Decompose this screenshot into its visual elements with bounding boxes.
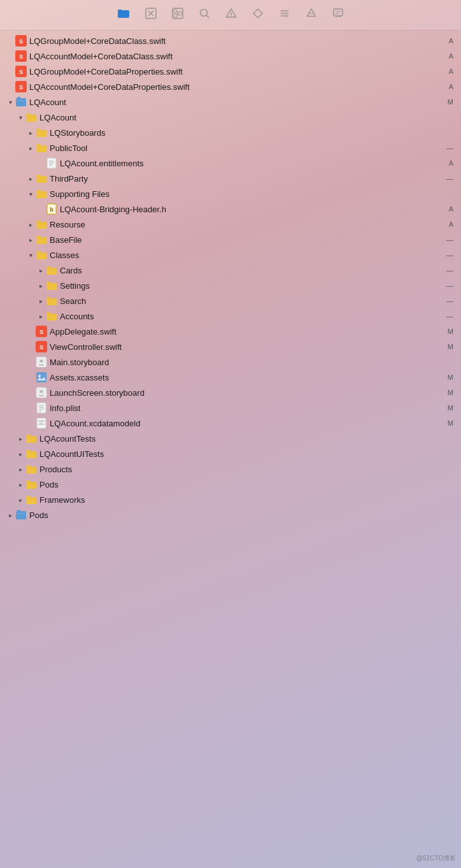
tree-item-4[interactable]: SLQAccountModel+CoreDataProperties.swift…: [0, 79, 461, 94]
search-toolbar-icon[interactable]: [199, 8, 210, 22]
status-badge: M: [448, 343, 453, 351]
tree-item-5[interactable]: LQAcountM: [0, 94, 461, 110]
tree-item-6[interactable]: LQAcount: [0, 110, 461, 125]
item-label: Main.storyboard: [50, 358, 461, 367]
chevron-icon[interactable]: [5, 97, 15, 107]
item-label: LQAcount-Bridging-Header.h: [60, 205, 449, 214]
tree-item-22[interactable]: Main.storyboard: [0, 354, 461, 370]
chevron-icon[interactable]: [36, 265, 46, 275]
tree-item-25[interactable]: Info.plistM: [0, 400, 461, 416]
file-tree: SLQGroupModel+CoreDataClass.swiftASLQAcc…: [0, 31, 461, 525]
tree-item-8[interactable]: PublicTool—: [0, 140, 461, 156]
tree-item-20[interactable]: SAppDelegate.swiftM: [0, 324, 461, 339]
status-badge: A: [449, 37, 453, 45]
chevron-icon[interactable]: [15, 449, 25, 459]
chevron-icon[interactable]: [36, 311, 46, 321]
project-blue-icon: [15, 509, 27, 521]
chevron-icon[interactable]: [15, 495, 25, 505]
hierarchy-icon[interactable]: [172, 8, 183, 22]
tree-item-2[interactable]: SLQAccountModel+CoreDataClass.swiftA: [0, 48, 461, 64]
svg-text:S: S: [19, 84, 23, 90]
swift-icon: S: [36, 326, 47, 337]
tree-item-19[interactable]: Accounts—: [0, 308, 461, 324]
chevron-icon[interactable]: [15, 479, 25, 489]
folder-icon: [36, 142, 47, 154]
tree-item-7[interactable]: LQStoryboards: [0, 125, 461, 140]
folder-icon: [36, 188, 47, 199]
tree-item-15[interactable]: Classes—: [0, 247, 461, 263]
svg-rect-58: [38, 423, 45, 425]
tree-item-24[interactable]: LaunchScreen.storyboardM: [0, 385, 461, 400]
item-label: Classes: [50, 250, 446, 260]
tree-item-18[interactable]: Search—: [0, 293, 461, 308]
item-label: BaseFile: [50, 235, 446, 245]
chevron-icon[interactable]: [25, 219, 36, 229]
svg-text:S: S: [39, 329, 43, 335]
folder-icon: [46, 310, 57, 322]
test-icon[interactable]: [279, 8, 290, 22]
chevron-icon[interactable]: [36, 296, 46, 306]
chevron-icon[interactable]: [15, 433, 25, 444]
item-label: ViewController.swift: [50, 342, 448, 352]
item-label: LQAccountModel+CoreDataProperties.swift: [29, 82, 449, 92]
chevron-icon[interactable]: [25, 250, 36, 260]
item-label: Supporting Files: [50, 189, 461, 199]
folder-icon[interactable]: [117, 7, 130, 23]
status-badge: M: [448, 389, 453, 396]
storyboard-icon: [36, 387, 47, 398]
item-label: Frameworks: [39, 495, 461, 505]
swift-icon: S: [36, 341, 47, 352]
source-control-icon[interactable]: [252, 8, 264, 22]
item-label: PublicTool: [50, 143, 446, 153]
breakpoint-icon[interactable]: [145, 8, 157, 22]
tree-item-1[interactable]: SLQGroupModel+CoreDataClass.swiftA: [0, 33, 461, 48]
tree-item-11[interactable]: Supporting Files: [0, 186, 461, 201]
tree-item-21[interactable]: SViewController.swiftM: [0, 339, 461, 354]
svg-text:S: S: [19, 38, 23, 45]
svg-rect-61: [17, 510, 20, 512]
tree-item-10[interactable]: ThirdParty—: [0, 171, 461, 186]
status-badge: —: [446, 312, 453, 320]
tree-item-9[interactable]: LQAcount.entitlementsA: [0, 156, 461, 171]
tree-item-28[interactable]: LQAcountUITests: [0, 446, 461, 461]
tree-item-23[interactable]: Assets.xcassetsM: [0, 370, 461, 385]
status-badge: A: [449, 83, 453, 90]
tree-item-12[interactable]: hLQAcount-Bridging-Header.hA: [0, 201, 461, 217]
svg-line-11: [207, 16, 209, 18]
chevron-icon[interactable]: [36, 280, 46, 291]
chevron-icon[interactable]: [15, 464, 25, 474]
folder-icon: [36, 127, 47, 138]
warning-icon[interactable]: [225, 8, 237, 22]
svg-text:h: h: [50, 206, 53, 213]
folder-icon: [36, 234, 47, 245]
report-icon[interactable]: [332, 8, 344, 22]
tree-item-14[interactable]: BaseFile—: [0, 232, 461, 247]
item-label: LQAcountUITests: [39, 449, 461, 459]
tree-item-17[interactable]: Settings—: [0, 278, 461, 293]
xcassets-icon: [36, 372, 47, 383]
tree-item-30[interactable]: Pods: [0, 477, 461, 492]
svg-point-43: [40, 360, 43, 363]
tree-item-16[interactable]: Cards—: [0, 263, 461, 278]
tree-item-31[interactable]: Frameworks: [0, 492, 461, 507]
status-badge: —: [446, 251, 453, 259]
svg-text:S: S: [39, 344, 43, 351]
tree-item-27[interactable]: LQAcountTests: [0, 431, 461, 446]
chevron-icon[interactable]: [25, 235, 36, 245]
chevron-icon[interactable]: [25, 127, 36, 138]
tree-item-13[interactable]: ResourseA: [0, 217, 461, 232]
tree-item-26[interactable]: LQAcount.xcdatamodeldM: [0, 416, 461, 431]
chevron-icon[interactable]: [25, 189, 36, 199]
tree-item-29[interactable]: Products: [0, 461, 461, 477]
tree-item-32[interactable]: Pods: [0, 507, 461, 523]
status-badge: M: [448, 328, 453, 335]
status-badge: —: [446, 144, 453, 152]
debug-icon[interactable]: [306, 8, 317, 22]
swift-icon: S: [15, 35, 27, 47]
chevron-icon[interactable]: [25, 173, 36, 184]
chevron-icon[interactable]: [15, 112, 25, 122]
tree-item-3[interactable]: SLQGroupModel+CoreDataProperties.swiftA: [0, 64, 461, 79]
chevron-icon[interactable]: [5, 510, 15, 520]
chevron-icon[interactable]: [25, 143, 36, 153]
item-label: Cards: [60, 266, 446, 275]
